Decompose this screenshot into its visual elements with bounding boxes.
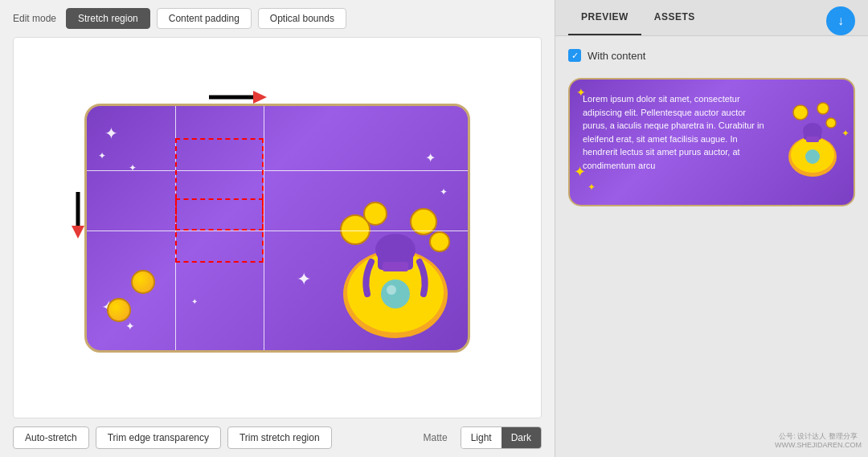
red-rect-bottom	[175, 198, 264, 263]
arrow-right-icon	[209, 89, 273, 105]
red-rect-top	[175, 138, 264, 231]
preview-coin-bag-svg	[776, 92, 841, 181]
preview-sparkle-4: ✦	[841, 128, 850, 139]
watermark-line2: WWW.SHEJIDAREN.COM	[775, 441, 862, 451]
svg-point-20	[805, 149, 820, 164]
svg-rect-19	[806, 137, 819, 142]
grid-v2	[264, 106, 264, 350]
tab-assets[interactable]: ASSETS	[641, 0, 708, 35]
grid-v1	[175, 106, 176, 350]
download-icon: ↓	[837, 14, 844, 28]
with-content-label: With content	[588, 50, 645, 62]
sparkle-6: ✦	[191, 297, 198, 306]
watermark: 公号: 设计达人 整理分享 WWW.SHEJIDAREN.COM	[775, 432, 862, 451]
sparkle-8: ✦	[425, 150, 436, 165]
sparkle-2: ✦	[98, 150, 106, 161]
coin-1	[131, 270, 155, 294]
watermark-line1: 公号: 设计达人 整理分享	[775, 432, 862, 442]
edit-mode-label: Edit mode	[13, 13, 56, 24]
svg-rect-8	[383, 262, 408, 271]
coin-bag-area	[299, 190, 460, 342]
light-theme-button[interactable]: Light	[461, 427, 502, 448]
tab-content-padding[interactable]: Content padding	[157, 8, 252, 29]
tab-preview[interactable]: PREVIEW	[568, 0, 641, 35]
main-container: Edit mode Stretch region Content padding…	[0, 0, 868, 457]
matte-label: Matte	[424, 432, 448, 443]
download-button[interactable]: ↓	[826, 6, 855, 35]
right-panel-tabs: PREVIEW ASSETS ↓	[555, 0, 868, 36]
grid-h1	[87, 170, 468, 171]
tab-stretch-region[interactable]: Stretch region	[66, 8, 150, 29]
right-content: ✓ With content ✦ ✦ ✦ ✦ Lorem ipsum dolor…	[555, 36, 868, 457]
preview-sparkle-3: ✦	[588, 182, 596, 193]
theme-group: Light Dark	[461, 426, 542, 449]
svg-point-21	[793, 105, 808, 120]
sparkle-5: ✦	[129, 162, 137, 173]
purple-card: ✦ ✦ ✦ ✦ ✦ ✦ ✦ ✦ ✦	[84, 104, 470, 353]
preview-card: ✦ ✦ ✦ ✦ Lorem ipsum dolor sit amet, cons…	[568, 78, 855, 206]
svg-point-13	[411, 209, 436, 235]
svg-point-12	[364, 202, 387, 225]
svg-point-14	[430, 232, 449, 251]
canvas-wrapper: ✦ ✦ ✦ ✦ ✦ ✦ ✦ ✦ ✦	[84, 104, 470, 353]
preview-lorem-text: Lorem ipsum dolor sit amet, consectetur …	[583, 92, 768, 192]
right-panel: PREVIEW ASSETS ↓ ✓ With content ✦ ✦ ✦ ✦ …	[555, 0, 868, 457]
with-content-checkbox[interactable]: ✓	[568, 49, 581, 62]
auto-stretch-button[interactable]: Auto-stretch	[13, 426, 89, 449]
dark-theme-button[interactable]: Dark	[502, 427, 541, 448]
toolbar: Edit mode Stretch region Content padding…	[13, 8, 542, 29]
with-content-row: ✓ With content	[568, 49, 855, 62]
svg-marker-3	[72, 226, 84, 239]
tab-optical-bounds[interactable]: Optical bounds	[258, 8, 346, 29]
bottom-toolbar: Auto-stretch Trim edge transparency Trim…	[13, 426, 542, 449]
sparkle-1: ✦	[104, 124, 118, 143]
svg-point-9	[381, 280, 410, 308]
preview-image-area	[776, 92, 841, 192]
preview-sparkle-2: ✦	[574, 163, 586, 181]
svg-point-23	[826, 118, 836, 128]
canvas-area: ✦ ✦ ✦ ✦ ✦ ✦ ✦ ✦ ✦	[13, 37, 542, 418]
svg-point-22	[817, 103, 829, 114]
trim-edge-button[interactable]: Trim edge transparency	[96, 426, 221, 449]
coin-2	[107, 298, 131, 322]
trim-stretch-button[interactable]: Trim stretch region	[227, 426, 332, 449]
arrow-down-icon	[70, 192, 86, 240]
sparkle-4: ✦	[125, 320, 135, 333]
preview-sparkle-1: ✦	[576, 86, 586, 99]
svg-marker-1	[253, 91, 267, 104]
svg-point-10	[387, 285, 396, 295]
coin-bag-svg	[299, 190, 460, 342]
left-panel: Edit mode Stretch region Content padding…	[0, 0, 555, 457]
